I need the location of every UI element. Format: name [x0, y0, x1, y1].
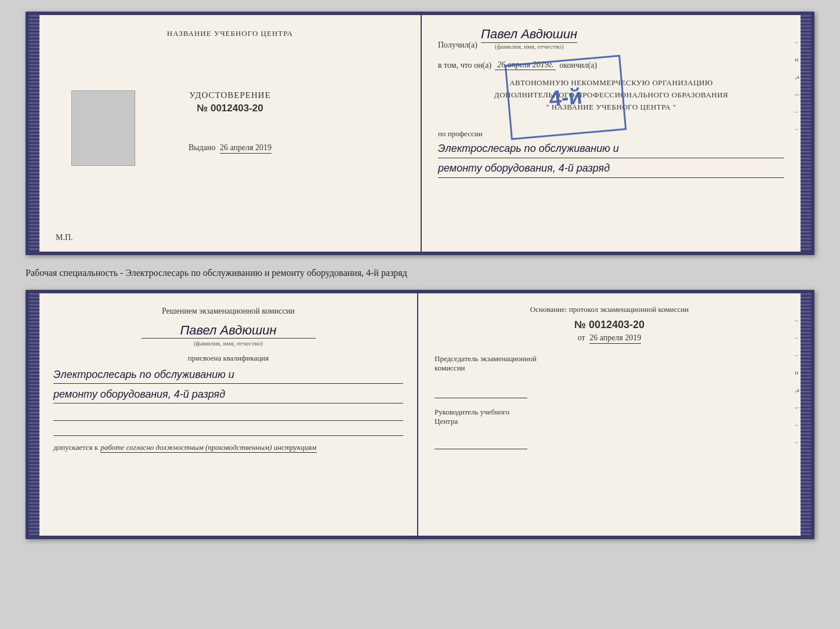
- blank-lines: [53, 408, 403, 436]
- bottom-left-page: Решением экзаменационной комиссии Павел …: [39, 293, 418, 536]
- допускается-line: допускается к работе согласно должностны…: [53, 443, 403, 453]
- in-that-prefix: в том, что он(а): [438, 61, 491, 70]
- qualification-value-line1: Электрослесарь по обслуживанию и: [53, 366, 403, 384]
- edge-mark-b2: –: [795, 334, 799, 341]
- recipient-prefix: Получил(а): [438, 41, 477, 50]
- recipient-sublabel: (фамилия, имя, отчество): [481, 43, 577, 50]
- document-top: НАЗВАНИЕ УЧЕБНОГО ЦЕНТРА УДОСТОВЕРЕНИЕ №…: [26, 12, 814, 255]
- issued-prefix: Выдано: [189, 143, 216, 152]
- edge-mark-6: –: [795, 125, 799, 132]
- stamp-overlay: 4-й: [505, 55, 627, 140]
- right-edge-marks: – и ,а ‹- – –: [795, 38, 801, 132]
- profession-value-line1: Электрослесарь по обслуживанию и: [438, 141, 784, 158]
- protocol-number: № 0012403-20: [435, 319, 784, 331]
- page-left-top: НАЗВАНИЕ УЧЕБНОГО ЦЕНТРА УДОСТОВЕРЕНИЕ №…: [39, 15, 422, 252]
- chairman-sign-line: [435, 387, 527, 398]
- spine-right-bottom: [801, 293, 811, 536]
- spine-left: [29, 15, 39, 252]
- edge-mark-b8: –: [795, 438, 799, 445]
- protocol-date-value: 26 апреля 2019: [589, 333, 641, 344]
- spine-left-bottom: [29, 293, 39, 536]
- edge-mark-b3: –: [795, 351, 799, 358]
- director-line2: Центра: [435, 417, 458, 426]
- issued-date: 26 апреля 2019: [220, 143, 271, 154]
- blank-line-2: [53, 423, 403, 436]
- right-edge-marks-bottom: – – – и ,а ‹- – –: [795, 317, 801, 445]
- recipient-line: Получил(а) Павел Авдюшин (фамилия, имя, …: [438, 27, 784, 50]
- edge-mark-b4: и: [795, 369, 799, 376]
- edge-mark-b5: ,а: [795, 386, 799, 393]
- spine-right-top: [801, 15, 811, 252]
- chairman-label: Председатель экзаменационной комиссии: [435, 354, 784, 373]
- photo-placeholder: [71, 90, 135, 166]
- director-label: Руководитель учебного Центра: [435, 408, 784, 426]
- blank-line-1: [53, 408, 403, 421]
- protocol-date-prefix: от: [578, 333, 585, 342]
- director-line1: Руководитель учебного: [435, 408, 509, 416]
- edge-mark-4: ‹-: [795, 90, 799, 97]
- chairman-line1: Председатель экзаменационной: [435, 354, 537, 363]
- mp-label: М.П.: [56, 233, 73, 242]
- protocol-date: от 26 апреля 2019: [435, 333, 784, 343]
- middle-label: Рабочая специальность - Электрослесарь п…: [26, 266, 814, 279]
- profession-value-line2: ремонту оборудования, 4-й разряд: [438, 161, 784, 178]
- issued-line: Выдано 26 апреля 2019: [189, 143, 271, 152]
- cert-label: УДОСТОВЕРЕНИЕ: [189, 90, 271, 100]
- edge-mark-3: ,а: [795, 73, 799, 80]
- edge-mark-1: –: [795, 38, 799, 45]
- допускается-value: работе согласно должностным (производств…: [100, 443, 316, 453]
- org-stamp-area: АВТОНОМНУЮ НЕКОММЕРЧЕСКУЮ ОРГАНИЗАЦИЮ ДО…: [438, 77, 784, 113]
- edge-mark-b6: ‹-: [795, 403, 799, 410]
- person-name-large: Павел Авдюшин: [142, 323, 316, 339]
- document-bottom: Решением экзаменационной комиссии Павел …: [26, 290, 814, 539]
- bottom-right-page: Основание: протокол экзаменационной коми…: [418, 293, 801, 536]
- recipient-name: Павел Авдюшин: [481, 27, 577, 43]
- page-right-top: Получил(а) Павел Авдюшин (фамилия, имя, …: [422, 15, 801, 252]
- qualification-label: присвоена квалификация: [53, 354, 403, 363]
- training-center-title: НАЗВАНИЕ УЧЕБНОГО ЦЕНТРА: [167, 29, 293, 38]
- edge-mark-5: –: [795, 108, 799, 115]
- cert-number: № 0012403-20: [197, 103, 263, 114]
- edge-mark-2: и: [795, 56, 799, 63]
- director-sign-line: [435, 438, 527, 449]
- edge-mark-b7: –: [795, 421, 799, 428]
- edge-mark-b1: –: [795, 317, 799, 323]
- chairman-line2: комиссии: [435, 363, 465, 372]
- stamp-number: 4-й: [548, 85, 583, 110]
- osnov-label: Основание: протокол экзаменационной коми…: [435, 305, 784, 314]
- fio-sub: (фамилия, имя, отчество): [53, 340, 403, 347]
- qualification-value-line2: ремонту оборудования, 4-й разряд: [53, 386, 403, 403]
- decision-title: Решением экзаменационной комиссии: [53, 305, 403, 317]
- допускается-prefix: допускается к: [53, 443, 98, 452]
